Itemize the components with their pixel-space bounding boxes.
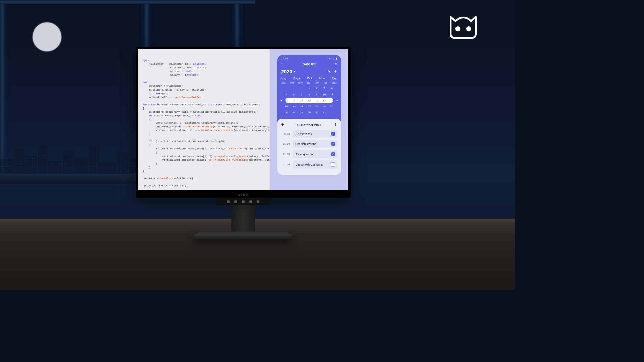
calendar-day[interactable]: 8 [305,93,313,96]
year-selector[interactable]: 2020 ▾ [281,69,296,74]
todo-checkbox[interactable]: ✓ [331,132,335,136]
calendar-day[interactable]: 7 [298,93,306,96]
weekday-label: WED [297,82,305,84]
calendar-day[interactable]: 29 [305,111,313,114]
owl-logo-icon [445,13,482,40]
calendar-day[interactable]: 12 [283,99,290,102]
todo-time: 21: 00 [281,163,290,166]
todo-item: 21: 00Playing tennis✓ [281,150,338,158]
month-tab[interactable]: Sept [293,76,300,80]
back-icon[interactable]: ‹ [281,62,282,66]
todo-label: Playing tennis [296,153,313,156]
todo-checkbox[interactable]: ✓ [331,152,335,156]
status-icons: ▲ ⌵ ▮ [329,57,337,60]
todo-checkbox[interactable]: ✓ [331,142,335,146]
bell-icon[interactable]: 🔔︎ [334,70,337,73]
calendar-day[interactable]: 5 [283,93,290,96]
calendar-day[interactable]: 17 [320,99,328,102]
calendar-day[interactable]: 4 [328,87,336,90]
calendar-day[interactable]: 20 [290,105,298,108]
phone-preview-pane: 12:35 ▲ ⌵ ▮ ‹ To-do list ⚙ [270,49,348,190]
gear-icon[interactable]: ⚙ [334,62,337,66]
monitor-bezel: BenQ type TCustomer : {customer_id : int… [136,47,351,198]
todo-item: 9: 00Do exercises✓ [281,130,338,138]
app-bar: ‹ To-do list ⚙ [277,61,341,68]
calendar-row: ◂19202122232425▸ [279,103,339,109]
calendar-day[interactable]: 22 [305,105,313,108]
todo-card: + 15 October 2020 ⋮ 9: 00Do exercises✓21… [277,119,341,175]
calendar-day[interactable]: 27 [290,111,298,114]
calendar-day[interactable]: 10 [320,93,328,96]
todo-item: 21: 00Dinner with Catherine [281,160,338,169]
todo-label: Do exercises [296,132,312,136]
monitor-button[interactable] [234,200,237,203]
calendar-day[interactable]: 26 [283,111,290,114]
calendar-day[interactable]: 23 [313,105,321,108]
monitor-buttons [216,198,270,205]
calendar-row: ◂567891011▸ [279,91,339,97]
todo-date: 15 October 2020 [297,123,321,127]
weekday-label: THU [305,82,313,84]
monitor-button[interactable] [227,200,230,203]
month-tab[interactable]: Aug [281,76,286,80]
calendar-day[interactable]: 15 [305,99,313,102]
todo-pill[interactable]: Playing tennis✓ [293,150,338,158]
todo-pill[interactable]: Dinner with Catherine [293,160,338,169]
calendar-day[interactable]: 6 [290,93,298,96]
month-tab[interactable]: Nov [319,76,325,80]
signal-icon: ▲ [329,57,331,60]
calendar-day[interactable]: 3 [320,87,328,90]
calendar-day[interactable]: 24 [320,105,328,108]
calendar-row: ◂12131415161718▸ [279,97,339,103]
calendar-day[interactable]: 11 [328,93,336,96]
calendar-day[interactable]: 13 [290,99,298,102]
todo-item: 21: 00Spanish lessons✓ [281,140,338,148]
todo-checkbox[interactable] [331,162,335,167]
month-tab[interactable]: Dec [332,76,338,80]
calendar-day[interactable]: 31 [320,111,328,114]
weekday-label: FRI [313,82,322,84]
monitor-screen: type TCustomer : {customer_id : integer,… [138,49,348,190]
weekday-label: ST [322,82,330,84]
calendar-day[interactable]: 30 [313,111,321,114]
todo-pill[interactable]: Spanish lessons✓ [293,140,338,148]
weekday-label: SUN [330,82,338,84]
todo-time: 21: 00 [281,142,290,145]
chevron-down-icon: ▾ [294,70,296,73]
calendar-day[interactable]: 2 [313,87,321,90]
more-icon[interactable]: ⋮ [334,123,337,126]
calendar-day[interactable]: 28 [298,111,306,114]
calendar-day[interactable]: 1 [305,87,313,90]
todo-header: + 15 October 2020 ⋮ [281,121,338,130]
calendar-day[interactable]: 21 [298,105,306,108]
monitor-stand [195,234,292,240]
battery-icon: ▮ [336,57,337,60]
calendar-prev-icon[interactable]: ◂ [279,99,283,102]
todo-label: Dinner with Catherine [296,163,323,166]
year-row: 2020 ▾ 🔍︎ 🔔︎ [277,68,341,76]
todo-time: 21: 00 [281,153,290,156]
add-button[interactable]: + [281,122,284,127]
monitor-button[interactable] [249,200,252,203]
city-skyline [0,139,148,179]
monitor-button[interactable] [257,200,259,203]
todo-label: Spanish lessons [296,142,316,146]
app-title: To-do list [301,62,316,66]
scene: BenQ type TCustomer : {customer_id : int… [0,0,515,290]
weekday-label: TUE [288,82,297,84]
svg-point-1 [466,26,471,31]
calendar-day[interactable]: 25 [328,105,336,108]
calendar-next-icon[interactable]: ▸ [336,99,339,102]
calendar-day[interactable]: 14 [298,99,306,102]
month-tab[interactable]: Oct [307,76,312,80]
calendar-day[interactable]: 19 [283,105,290,108]
month-tabs: AugSeptOctNovDec [277,76,341,82]
monitor-button[interactable] [242,200,245,203]
todo-pill[interactable]: Do exercises✓ [293,130,338,138]
calendar-row: ◂262728293031▸ [279,109,339,115]
calendar-day[interactable]: 18 [328,99,336,102]
status-clock: 12:35 [281,57,288,60]
search-icon[interactable]: 🔍︎ [328,70,331,73]
calendar-day[interactable]: 16 [313,99,321,102]
calendar-day[interactable]: 9 [313,93,321,96]
